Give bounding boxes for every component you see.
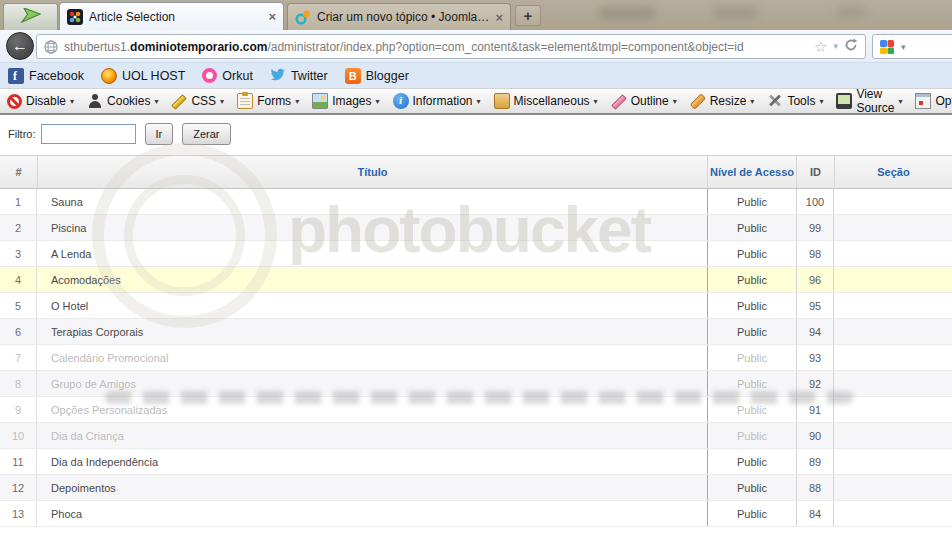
reset-button[interactable]: Zerar	[182, 123, 230, 145]
twitter-bird-icon	[270, 68, 286, 84]
bookmark-twitter[interactable]: Twitter	[270, 68, 328, 84]
table-row-disabled: 9 Opções Personalizadas Public 91	[0, 397, 952, 423]
blurred-titlebar-area	[712, 7, 758, 19]
page-content: Filtro: Ir Zerar # Título Nível de Acess…	[0, 115, 952, 535]
table-row: 3 A Lenda Public 98	[0, 241, 952, 267]
blurred-titlebar-area	[836, 6, 866, 18]
google-search-icon	[879, 39, 895, 55]
dropdown-caret-icon: ▾	[220, 98, 224, 106]
article-title-link[interactable]: Piscina	[37, 215, 707, 240]
uol-host-icon	[101, 68, 117, 84]
article-title-link[interactable]: O Hotel	[37, 293, 707, 318]
blurred-titlebar-area	[598, 7, 656, 20]
table-row: 13 Phoca Public 84	[0, 501, 952, 527]
article-title-link[interactable]: Acomodações	[37, 267, 707, 292]
navigation-toolbar: ← sthubertus1.dominiotemporario.com/admi…	[0, 30, 952, 62]
view-source-icon	[836, 93, 852, 109]
back-button[interactable]: ←	[6, 32, 34, 60]
devtool-options[interactable]: Options▾	[915, 93, 952, 109]
bookmark-uol-host[interactable]: UOL HOST	[101, 68, 185, 84]
article-title-link[interactable]: Terapias Corporais	[37, 319, 707, 344]
urlbar-dropdown-icon[interactable]: ▾	[833, 42, 838, 51]
dropdown-caret-icon: ▾	[70, 98, 74, 106]
devtool-forms[interactable]: Forms▾	[237, 93, 299, 109]
search-engine-dropdown-icon[interactable]: ▾	[901, 42, 906, 52]
devtool-outline[interactable]: Outline▾	[611, 93, 677, 109]
article-title-link[interactable]: Phoca	[37, 501, 707, 526]
dropdown-caret-icon: ▾	[673, 98, 677, 106]
header-id[interactable]: ID	[796, 156, 834, 188]
close-tab-icon[interactable]: ×	[495, 10, 503, 25]
outline-pencil-icon	[611, 93, 627, 109]
article-title-link[interactable]: Sauna	[37, 189, 707, 214]
reload-icon[interactable]	[844, 38, 858, 56]
article-title-link[interactable]: A Lenda	[37, 241, 707, 266]
blogger-icon	[345, 68, 361, 84]
filter-row: Filtro: Ir Zerar	[8, 123, 231, 145]
resize-icon	[690, 93, 706, 109]
green-plane-icon	[21, 8, 41, 27]
css-pencil-icon	[171, 93, 187, 109]
article-title-link[interactable]: Calendário Promocional	[37, 345, 707, 370]
devtool-images[interactable]: Images▾	[312, 93, 379, 109]
devtool-information[interactable]: Information▾	[393, 93, 481, 109]
article-title-link[interactable]: Dia da Criança	[37, 423, 707, 448]
joomla-favicon-icon	[67, 9, 83, 25]
web-developer-toolbar: Disable▾ Cookies▾ CSS▾ Forms▾ Images▾ In…	[0, 88, 952, 115]
article-title-link[interactable]: Dia da Independência	[37, 449, 707, 474]
table-row-highlighted: 4 Acomodações Public 96	[0, 267, 952, 293]
disable-icon	[7, 94, 22, 109]
bookmark-star-icon[interactable]: ☆	[814, 39, 827, 54]
article-title-link[interactable]: Opções Personalizadas	[37, 397, 707, 422]
search-box[interactable]: ▾	[872, 34, 952, 59]
table-body: 1 Sauna Public 100 2 Piscina Public 99 3…	[0, 189, 952, 527]
devtool-css[interactable]: CSS▾	[171, 93, 224, 109]
devtool-disable[interactable]: Disable▾	[7, 94, 74, 109]
article-table: # Título Nível de Acesso ID Seção 1 Saun…	[0, 155, 952, 527]
header-section[interactable]: Seção	[834, 156, 952, 188]
new-tab-button[interactable]: +	[515, 5, 541, 26]
article-title-link[interactable]: Depoimentos	[37, 475, 707, 500]
table-row: 11 Dia da Independência Public 89	[0, 449, 952, 475]
globe-icon	[44, 40, 58, 54]
table-row-disabled: 7 Calendário Promocional Public 93	[0, 345, 952, 371]
article-title-link[interactable]: Grupo de Amigos	[37, 371, 707, 396]
tab-joomla-clube[interactable]: Criar um novo tópico • Joomla Clube... ×	[287, 3, 511, 30]
dropdown-caret-icon: ▾	[594, 98, 598, 106]
dropdown-caret-icon: ▾	[295, 98, 299, 106]
options-icon	[915, 93, 931, 109]
devtool-view-source[interactable]: View Source▾	[836, 87, 902, 115]
pinned-app-tab[interactable]	[3, 3, 58, 30]
dropdown-caret-icon: ▾	[750, 98, 754, 106]
cookies-icon	[87, 93, 103, 109]
devtool-cookies[interactable]: Cookies▾	[87, 93, 158, 109]
dropdown-caret-icon: ▾	[819, 98, 823, 106]
devtool-tools[interactable]: Tools▾	[767, 93, 823, 109]
devtool-resize[interactable]: Resize▾	[690, 93, 755, 109]
filter-label: Filtro:	[8, 128, 36, 140]
miscellaneous-icon	[494, 93, 510, 109]
dropdown-caret-icon: ▾	[898, 98, 902, 106]
table-row: 2 Piscina Public 99	[0, 215, 952, 241]
bookmark-facebook[interactable]: Facebook	[8, 68, 84, 84]
forms-icon	[237, 93, 253, 109]
header-num[interactable]: #	[0, 156, 37, 188]
bookmark-orkut[interactable]: Orkut	[202, 68, 253, 83]
table-header-row: # Título Nível de Acesso ID Seção	[0, 155, 952, 189]
header-title[interactable]: Título	[37, 156, 707, 188]
bookmark-blogger[interactable]: Blogger	[345, 68, 409, 84]
table-row: 6 Terapias Corporais Public 94	[0, 319, 952, 345]
close-tab-icon[interactable]: ×	[268, 9, 276, 24]
table-row: 12 Depoimentos Public 88	[0, 475, 952, 501]
filter-input[interactable]	[41, 124, 136, 144]
address-text[interactable]: sthubertus1.dominiotemporario.com/admini…	[64, 40, 808, 54]
tab-title: Article Selection	[89, 10, 262, 24]
header-access-level[interactable]: Nível de Acesso	[707, 156, 796, 188]
devtool-miscellaneous[interactable]: Miscellaneous▾	[494, 93, 598, 109]
url-bar[interactable]: sthubertus1.dominiotemporario.com/admini…	[36, 34, 866, 59]
table-row: 5 O Hotel Public 95	[0, 293, 952, 319]
bookmarks-toolbar: Facebook UOL HOST Orkut Twitter Blogger	[0, 62, 952, 88]
tab-article-selection[interactable]: Article Selection ×	[59, 2, 284, 30]
go-button[interactable]: Ir	[145, 123, 174, 145]
table-row: 1 Sauna Public 100	[0, 189, 952, 215]
